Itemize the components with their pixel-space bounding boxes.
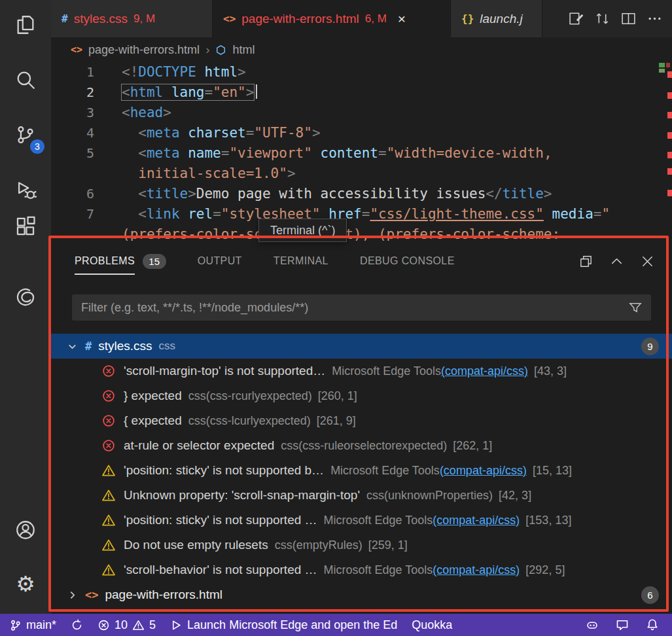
line-content: <meta charset="UTF-8"> — [122, 123, 321, 143]
problem-file-row[interactable]: #styles.csscss9 — [51, 334, 672, 359]
code-line[interactable]: 6 <title>Demo page with accessibility is… — [51, 184, 672, 204]
minimap[interactable] — [658, 62, 672, 245]
problem-doc-link[interactable]: (compat-api/css) — [433, 514, 520, 527]
search-icon — [14, 69, 37, 91]
compare-changes-icon[interactable] — [594, 10, 610, 27]
code-token: "viewport" — [229, 145, 311, 161]
tab-page-with-errors-html[interactable]: <> page-with-errors.html 6, M × — [213, 0, 451, 37]
close-panel-icon[interactable] — [640, 254, 655, 269]
code-line[interactable]: initial-scale=1.0"> — [51, 164, 672, 184]
problem-row[interactable]: } expectedcss(css-rcurlyexpected)[260, 1… — [51, 383, 672, 408]
problem-row[interactable]: Do not use empty rulesetscss(emptyRules)… — [51, 533, 672, 557]
sync-icon — [71, 619, 83, 631]
problem-position: [260, 1] — [318, 389, 357, 403]
line-number: 4 — [51, 123, 94, 143]
quokka-status[interactable]: Quokka — [412, 618, 452, 632]
code-token: < — [122, 105, 130, 120]
problem-row[interactable]: { expectedcss(css-lcurlyexpected)[261, 9… — [51, 408, 672, 433]
problem-doc-link[interactable]: (compat-api/css) — [440, 464, 527, 478]
code-line[interactable]: 7 <link rel="stylesheet" href="css/light… — [51, 204, 672, 224]
code-token: content — [321, 145, 379, 161]
more-actions-icon[interactable] — [646, 10, 663, 27]
problem-doc-link[interactable]: (compat-api/css) — [441, 364, 528, 378]
close-tab-icon[interactable]: × — [398, 12, 406, 26]
problem-message: 'position: sticky' is not supported … — [124, 513, 317, 527]
problem-row[interactable]: 'scroll-margin-top' is not supported…Mic… — [51, 359, 672, 383]
code-token: < — [138, 206, 147, 222]
minimap-mark — [667, 71, 672, 78]
problem-file-row[interactable]: <>page-with-errors.html6 — [51, 582, 672, 607]
restore-panel-icon[interactable] — [578, 254, 593, 269]
problem-row[interactable]: 'position: sticky' is not supported …Mic… — [51, 508, 672, 533]
breadcrumb-file[interactable]: page-with-errors.html — [88, 43, 200, 57]
code-line[interactable]: 2<html lang="en"> — [51, 82, 672, 103]
problem-row[interactable]: 'position: sticky' is not supported b…Mi… — [51, 458, 672, 483]
panel-tab-problems[interactable]: PROBLEMS 15 — [75, 241, 166, 281]
panel-actions — [578, 241, 655, 281]
panel-tab-output[interactable]: OUTPUT — [198, 241, 242, 281]
activity-bar-item-settings[interactable]: ⚙ — [10, 568, 41, 599]
line-number — [51, 164, 94, 184]
launch-edge-status[interactable]: Launch Microsoft Edge and open the Ed — [170, 618, 397, 632]
problem-row[interactable]: Unknown property: 'scroll-snap-margin-to… — [51, 483, 672, 508]
minimap-mark — [667, 112, 672, 118]
code-line[interactable]: 1<!DOCTYPE html> — [51, 62, 672, 82]
problem-position: [15, 13] — [533, 464, 572, 478]
open-changes-icon[interactable] — [568, 10, 584, 27]
feedback-icon[interactable] — [616, 618, 629, 631]
copilot-icon[interactable] — [586, 618, 599, 631]
activity-bar-item-extensions[interactable] — [10, 211, 41, 242]
code-line[interactable]: 4 <meta charset="UTF-8"> — [51, 123, 672, 143]
filter-input[interactable] — [81, 301, 629, 315]
line-content: initial-scale=1.0"> — [122, 164, 296, 184]
code-token — [312, 145, 321, 161]
line-number: 7 — [51, 204, 94, 224]
code-token: meta — [147, 145, 180, 161]
problem-doc-link[interactable]: (compat-api/css) — [433, 563, 520, 577]
line-number: 5 — [51, 143, 94, 164]
problems-filter[interactable] — [72, 294, 651, 321]
activity-bar-item-edge-tools[interactable] — [10, 281, 41, 313]
git-branch-status[interactable]: main* — [9, 618, 56, 632]
code-token: = — [362, 206, 370, 222]
indent — [122, 145, 138, 161]
minimap-mark — [659, 69, 665, 73]
panel-tab-debug-console[interactable]: DEBUG CONSOLE — [360, 241, 455, 281]
problem-row[interactable]: at-rule or selector expectedcss(css-rule… — [51, 433, 672, 458]
code-token — [180, 206, 188, 222]
problems-status[interactable]: 10 5 — [97, 618, 156, 632]
warning-icon — [102, 464, 115, 477]
activity-bar-item-accounts[interactable] — [10, 514, 41, 546]
panel-tab-terminal[interactable]: TERMINAL — [274, 241, 328, 281]
filter-icon[interactable] — [629, 301, 642, 314]
problem-source: css(css-rcurlyexpected) — [188, 389, 312, 403]
activity-bar-item-search[interactable] — [10, 64, 41, 96]
code-editor[interactable]: 1<!DOCTYPE html>2<html lang="en">3<head>… — [51, 62, 672, 245]
code-line[interactable]: 3<head> — [51, 103, 672, 123]
code-token: < — [138, 145, 147, 161]
indent — [122, 166, 138, 181]
sync-status[interactable] — [71, 619, 83, 631]
problem-row[interactable]: 'scroll-behavior' is not supported …Micr… — [51, 557, 672, 582]
code-token: html — [204, 64, 238, 80]
file-language: css — [159, 340, 176, 353]
split-editor-icon[interactable] — [620, 10, 637, 27]
bottom-panel: PROBLEMS 15 OUTPUT TERMINAL DEBUG CONSOL… — [51, 241, 672, 614]
problem-position: [292, 5] — [525, 563, 565, 577]
code-token: </ — [486, 186, 502, 202]
tooltip-text: Terminal (^`) — [270, 224, 335, 238]
breadcrumb-symbol[interactable]: html — [232, 43, 255, 57]
code-token: > — [287, 166, 296, 181]
problem-position: [262, 1] — [453, 439, 492, 453]
activity-bar-item-run-debug[interactable] — [10, 174, 41, 205]
bell-icon[interactable] — [646, 618, 659, 631]
maximize-panel-icon[interactable] — [609, 254, 624, 269]
activity-bar-item-source-control[interactable]: 3 — [10, 119, 41, 150]
activity-bar-item-explorer[interactable] — [10, 9, 41, 41]
tab-label: page-with-errors.html — [241, 12, 359, 26]
tab-launch-json[interactable]: {} launch.j — [451, 0, 542, 37]
problem-position: [261, 9] — [317, 414, 356, 428]
tab-styles-css[interactable]: # styles.css 9, M — [51, 0, 213, 37]
code-line[interactable]: 5 <meta name="viewport" content="width=d… — [51, 143, 672, 164]
problem-count-badge: 9 — [641, 338, 659, 355]
